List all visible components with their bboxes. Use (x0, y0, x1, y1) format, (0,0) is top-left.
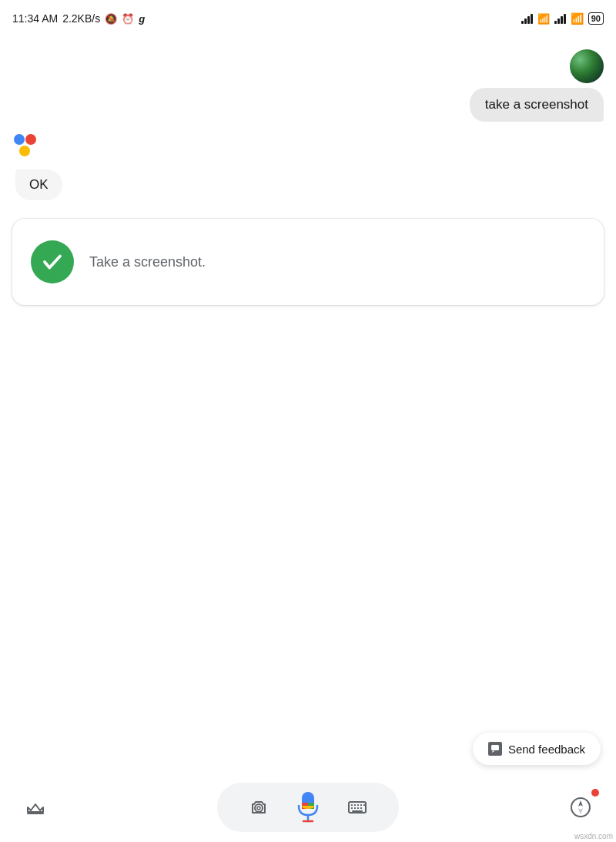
feedback-bubble-icon (490, 744, 500, 753)
svg-rect-12 (354, 804, 356, 806)
mic-container (217, 783, 399, 832)
user-message-bubble: take a screenshot (470, 88, 604, 122)
dot-red (25, 134, 36, 145)
mute-icon: 🔕 (105, 13, 117, 25)
dot-yellow (19, 146, 30, 156)
action-card: Take a screenshot. (12, 219, 604, 305)
svg-rect-0 (491, 745, 499, 750)
camera-search-button[interactable] (245, 793, 273, 821)
microphone-button[interactable] (291, 790, 325, 824)
status-right: 📶 📶 90 (521, 12, 604, 25)
menu-icon (25, 797, 46, 818)
svg-rect-16 (351, 807, 353, 809)
status-bar: 11:34 AM 2.2KB/s 🔕 ⏰ g 📶 📶 90 (0, 0, 616, 34)
checkmark-icon (41, 250, 64, 273)
svg-rect-20 (352, 810, 363, 812)
dot-blue (14, 134, 25, 145)
bottom-toolbar (0, 773, 616, 842)
signal-bars-2 (554, 13, 566, 24)
app-icon: g (139, 13, 145, 25)
time-display: 11:34 AM (12, 12, 58, 25)
svg-point-4 (257, 807, 260, 810)
svg-point-3 (255, 804, 263, 812)
svg-marker-22 (578, 800, 583, 807)
notification-dot (591, 789, 599, 797)
svg-rect-11 (351, 804, 353, 806)
wifi-icon: 📶 (571, 12, 584, 25)
svg-rect-13 (357, 804, 359, 806)
svg-rect-18 (357, 807, 359, 809)
compass-icon (569, 796, 592, 819)
camera-search-icon (248, 797, 270, 818)
data-icon: 📶 (537, 13, 550, 25)
battery-indicator: 90 (588, 12, 604, 25)
svg-rect-19 (360, 807, 362, 809)
assistant-message-container: OK (12, 134, 604, 200)
green-checkmark (31, 240, 74, 283)
explore-button[interactable] (564, 790, 598, 824)
menu-button[interactable] (18, 790, 52, 824)
chat-area: take a screenshot OK Take a screenshot. (0, 34, 616, 765)
send-feedback-label: Send feedback (508, 743, 585, 756)
google-assistant-logo (14, 134, 43, 163)
assistant-reply-bubble: OK (15, 169, 62, 200)
action-card-text: Take a screenshot. (89, 254, 206, 270)
svg-rect-17 (354, 807, 356, 809)
feedback-icon (488, 742, 502, 756)
signal-bars-1 (521, 13, 533, 24)
svg-rect-15 (363, 804, 365, 806)
watermark: wsxdn.com (574, 832, 613, 840)
svg-marker-23 (578, 808, 583, 814)
network-speed: 2.2KB/s (62, 12, 100, 25)
svg-marker-1 (492, 750, 494, 753)
google-dots (14, 134, 43, 163)
send-feedback-container: Send feedback (473, 733, 601, 765)
status-left: 11:34 AM 2.2KB/s 🔕 ⏰ g (12, 12, 145, 25)
user-avatar (570, 49, 604, 83)
send-feedback-button[interactable]: Send feedback (473, 733, 601, 765)
user-message-container: take a screenshot (12, 49, 604, 122)
microphone-icon (294, 790, 322, 824)
keyboard-icon (346, 797, 368, 818)
alarm-icon: ⏰ (122, 13, 134, 25)
keyboard-button[interactable] (343, 793, 371, 821)
svg-rect-14 (360, 804, 362, 806)
